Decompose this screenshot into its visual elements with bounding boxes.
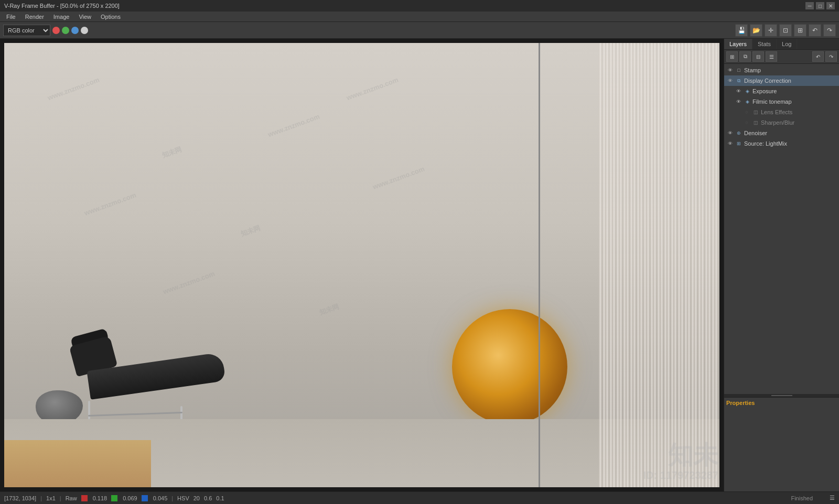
divider-line bbox=[771, 395, 792, 396]
label-exposure: Exposure bbox=[752, 88, 777, 94]
rib-13 bbox=[643, 43, 647, 487]
icon-exposure: ◈ bbox=[744, 87, 751, 95]
r-value: 0.118 bbox=[93, 495, 107, 501]
layer-lens-effects[interactable]: ○ ◫ Lens Effects bbox=[724, 107, 839, 117]
tab-layers[interactable]: Layers bbox=[724, 39, 752, 49]
menu-render[interactable]: Render bbox=[21, 12, 48, 22]
load-button[interactable]: 📂 bbox=[750, 24, 762, 37]
scene-background: www.znzmo.com 知未网 www.znzmo.com www.znzm… bbox=[4, 43, 719, 487]
rib-7 bbox=[623, 43, 626, 487]
wood-table bbox=[4, 440, 151, 487]
layers-list: 👁 □ Stamp 👁 ⧉ Display Correction 👁 ◈ Exp… bbox=[724, 64, 839, 394]
layer-sharpen-blur[interactable]: ○ ◫ Sharpen/Blur bbox=[724, 117, 839, 128]
rib-16 bbox=[653, 43, 657, 487]
watermark-3: www.znzmo.com bbox=[267, 113, 321, 139]
expand-button[interactable]: ☰ bbox=[830, 495, 835, 501]
layer-lightmix[interactable]: 👁 ⊞ Source: LightMix bbox=[724, 138, 839, 149]
close-button[interactable]: ✕ bbox=[826, 2, 835, 9]
icon-denoiser: ⊛ bbox=[735, 129, 743, 137]
new-layer-button[interactable]: ⊞ bbox=[726, 51, 738, 62]
rib-24 bbox=[681, 43, 684, 487]
history-button[interactable]: ↶ bbox=[809, 24, 821, 37]
layer-settings-button[interactable]: ☰ bbox=[766, 51, 777, 62]
properties-section: Properties bbox=[724, 397, 839, 491]
minimize-button[interactable]: ─ bbox=[805, 2, 814, 9]
rib-28 bbox=[694, 43, 697, 487]
rib-19 bbox=[664, 43, 667, 487]
sample-mode: Raw bbox=[66, 495, 77, 501]
rib-23 bbox=[677, 43, 681, 487]
watermark-6: www.znzmo.com bbox=[346, 76, 400, 102]
hsv-val1: 20 bbox=[193, 495, 200, 501]
maximize-button[interactable]: □ bbox=[816, 2, 824, 9]
chair-support bbox=[88, 412, 182, 417]
eye-sharpen-blur[interactable]: ○ bbox=[743, 119, 750, 126]
label-stamp: Stamp bbox=[744, 67, 761, 73]
menu-options[interactable]: Options bbox=[96, 12, 125, 22]
eye-lightmix[interactable]: 👁 bbox=[726, 140, 734, 147]
eye-exposure[interactable]: 👁 bbox=[735, 87, 742, 95]
menu-view[interactable]: View bbox=[74, 12, 95, 22]
green-dot[interactable] bbox=[62, 27, 69, 34]
icon-lightmix: ⊞ bbox=[735, 140, 743, 147]
rib-0 bbox=[599, 43, 602, 487]
layer-redo-button[interactable]: ↷ bbox=[825, 51, 837, 62]
render-viewport[interactable]: www.znzmo.com 知未网 www.znzmo.com www.znzm… bbox=[0, 39, 724, 491]
rib-21 bbox=[671, 43, 674, 487]
icon-lens: ◫ bbox=[752, 108, 759, 116]
eye-filmic-tonemap[interactable]: 👁 bbox=[735, 98, 742, 105]
icon-sharpen: ◫ bbox=[752, 119, 759, 126]
status-bar: [1732, 1034] | 1x1 | Raw 0.118 0.069 0.0… bbox=[0, 491, 839, 504]
render-canvas: www.znzmo.com 知未网 www.znzmo.com www.znzm… bbox=[4, 43, 719, 487]
render-status: Finished bbox=[791, 495, 813, 501]
label-sharpen-blur: Sharpen/Blur bbox=[761, 119, 794, 126]
save-button[interactable]: 💾 bbox=[735, 24, 748, 37]
compare-button[interactable]: ↷ bbox=[823, 24, 836, 37]
region-button[interactable]: ⊞ bbox=[794, 24, 806, 37]
sample-size: 1x1 bbox=[46, 495, 56, 501]
watermark-8: 知未网 bbox=[318, 302, 340, 317]
split-handle[interactable] bbox=[539, 43, 540, 487]
b-value: 0.045 bbox=[153, 495, 168, 501]
alpha-dot[interactable] bbox=[81, 27, 88, 34]
menu-file[interactable]: File bbox=[2, 12, 20, 22]
red-dot[interactable] bbox=[52, 27, 60, 34]
menu-bar: File Render Image View Options bbox=[0, 12, 839, 22]
rib-22 bbox=[674, 43, 677, 487]
main-area: www.znzmo.com 知未网 www.znzmo.com www.znzm… bbox=[0, 39, 839, 491]
rib-14 bbox=[647, 43, 650, 487]
layer-filmic-tonemap[interactable]: 👁 ◈ Filmic tonemap bbox=[724, 96, 839, 107]
layer-toolbar: ⊞ ⧉ ⊟ ☰ ↶ ↷ bbox=[724, 50, 839, 64]
eye-stamp[interactable]: 👁 bbox=[726, 67, 734, 74]
layer-exposure[interactable]: 👁 ◈ Exposure bbox=[724, 86, 839, 96]
cursor-button[interactable]: ✛ bbox=[765, 24, 777, 37]
fit-button[interactable]: ⊡ bbox=[779, 24, 792, 37]
eye-display-correction[interactable]: 👁 bbox=[726, 77, 734, 84]
blue-dot[interactable] bbox=[71, 27, 79, 34]
layer-display-correction[interactable]: 👁 ⧉ Display Correction bbox=[724, 75, 839, 86]
eye-denoiser[interactable]: 👁 bbox=[726, 129, 734, 137]
b-color-box bbox=[142, 495, 148, 501]
tab-stats[interactable]: Stats bbox=[752, 39, 777, 49]
rib-20 bbox=[667, 43, 670, 487]
rib-34 bbox=[715, 43, 718, 487]
rib-4 bbox=[612, 43, 616, 487]
watermark-4: www.znzmo.com bbox=[83, 191, 137, 217]
tab-log[interactable]: Log bbox=[777, 39, 797, 49]
rib-29 bbox=[698, 43, 701, 487]
layer-stamp[interactable]: 👁 □ Stamp bbox=[724, 65, 839, 75]
rib-1 bbox=[603, 43, 606, 487]
layer-undo-button[interactable]: ↶ bbox=[812, 51, 824, 62]
channel-select[interactable]: RGB color bbox=[3, 25, 50, 36]
title-text: V-Ray Frame Buffer - [50.0% of 2750 x 22… bbox=[4, 3, 120, 9]
title-bar: V-Ray Frame Buffer - [50.0% of 2750 x 22… bbox=[0, 0, 839, 12]
merge-button[interactable]: ⊟ bbox=[752, 51, 764, 62]
layer-denoiser[interactable]: 👁 ⊛ Denoiser bbox=[724, 128, 839, 138]
watermark-2: 知未网 bbox=[160, 145, 183, 160]
rib-18 bbox=[660, 43, 663, 487]
duplicate-button[interactable]: ⧉ bbox=[739, 51, 751, 62]
rib-12 bbox=[640, 43, 643, 487]
main-toolbar: RGB color 💾 📂 ✛ ⊡ ⊞ ↶ ↷ bbox=[0, 22, 839, 39]
menu-image[interactable]: Image bbox=[49, 12, 74, 22]
eye-lens-effects[interactable]: ○ bbox=[743, 108, 750, 116]
